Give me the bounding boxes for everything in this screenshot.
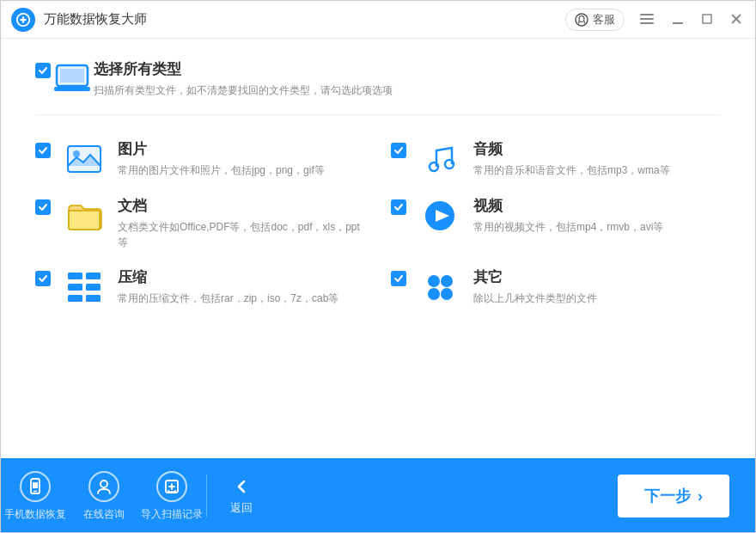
next-btn-arrow: ›	[698, 487, 703, 505]
document-icon	[63, 196, 106, 236]
close-btn[interactable]	[728, 10, 745, 29]
svg-rect-11	[60, 69, 84, 83]
bottom-bar: 手机数据恢复 在线咨询 导入扫描记录	[1, 458, 755, 533]
svg-rect-22	[86, 273, 101, 279]
other-icon	[418, 267, 461, 307]
video-name: 视频	[473, 196, 721, 216]
video-desc: 常用的视频文件，包括mp4，rmvb，avi等	[473, 219, 721, 235]
svg-rect-25	[68, 295, 82, 302]
svg-point-30	[441, 288, 453, 300]
svg-rect-18	[69, 211, 100, 230]
audio-icon	[418, 139, 461, 179]
document-desc: 文档类文件如Office,PDF等，包括doc，pdf，xls，ppt等	[118, 219, 365, 250]
other-info: 其它 除以上几种文件类型的文件	[473, 267, 721, 306]
other-desc: 除以上几种文件类型的文件	[473, 291, 721, 306]
select-all-section: 选择所有类型 扫描所有类型文件，如不清楚要找回的文件类型，请勾选此项选项	[35, 59, 721, 115]
back-btn[interactable]: 返回	[207, 458, 276, 533]
svg-rect-23	[68, 284, 82, 291]
nav-import[interactable]: 导入扫描记录	[138, 458, 207, 533]
audio-checkbox[interactable]	[391, 143, 406, 158]
app-title: 万能数据恢复大师	[44, 11, 565, 28]
audio-desc: 常用的音乐和语音文件，包括mp3，wma等	[473, 162, 721, 178]
svg-rect-14	[68, 146, 101, 172]
compress-desc: 常用的压缩文件，包括rar，zip，iso，7z，cab等	[118, 291, 365, 306]
file-type-audio: 音频 常用的音乐和语音文件，包括mp3，wma等	[391, 139, 721, 179]
svg-rect-21	[68, 273, 82, 279]
svg-rect-13	[65, 86, 79, 89]
select-all-icon-wrapper	[51, 59, 94, 99]
audio-info: 音频 常用的音乐和语音文件，包括mp3，wma等	[473, 139, 721, 178]
video-info: 视频 常用的视频文件，包括mp4，rmvb，avi等	[473, 196, 721, 235]
svg-point-2	[579, 15, 584, 21]
mobile-label: 手机数据恢复	[4, 507, 66, 522]
svg-rect-33	[33, 482, 38, 488]
other-name: 其它	[473, 267, 721, 287]
svg-point-34	[101, 481, 107, 487]
svg-rect-4	[640, 18, 654, 20]
compress-info: 压缩 常用的压缩文件，包括rar，zip，iso，7z，cab等	[118, 267, 365, 306]
next-btn[interactable]: 下一步 ›	[618, 475, 729, 518]
restore-btn[interactable]	[698, 10, 716, 29]
import-icon	[156, 471, 187, 502]
select-all-info: 选择所有类型 扫描所有类型文件，如不清楚要找回的文件类型，请勾选此项选项	[94, 59, 721, 98]
compress-icon	[63, 267, 106, 307]
menu-btn[interactable]	[637, 10, 657, 29]
compress-name: 压缩	[118, 267, 365, 287]
select-all-checkbox[interactable]	[35, 63, 51, 78]
next-btn-text: 下一步	[644, 486, 691, 506]
image-name: 图片	[118, 139, 365, 159]
window-controls: 客服	[565, 9, 745, 31]
svg-point-28	[441, 275, 453, 287]
bottom-nav: 手机数据恢复 在线咨询 导入扫描记录	[1, 458, 276, 533]
import-label: 导入扫描记录	[141, 507, 203, 522]
audio-name: 音频	[473, 139, 721, 159]
video-checkbox[interactable]	[391, 199, 406, 215]
select-all-desc: 扫描所有类型文件，如不清楚要找回的文件类型，请勾选此项选项	[94, 83, 721, 98]
back-label: 返回	[230, 500, 253, 516]
nav-consult[interactable]: 在线咨询	[70, 458, 138, 533]
file-type-other: 其它 除以上几种文件类型的文件	[391, 267, 721, 307]
image-desc: 常用的图片文件和照片，包括jpg，png，gif等	[118, 162, 365, 178]
service-label: 客服	[593, 12, 615, 28]
document-info: 文档 文档类文件如Office,PDF等，包括doc，pdf，xls，ppt等	[118, 196, 365, 250]
svg-rect-24	[86, 284, 101, 291]
svg-rect-6	[673, 22, 683, 24]
consult-icon	[88, 471, 119, 502]
app-logo	[11, 8, 35, 32]
customer-service-btn[interactable]: 客服	[565, 9, 625, 31]
svg-rect-26	[86, 295, 101, 302]
file-type-document: 文档 文档类文件如Office,PDF等，包括doc，pdf，xls，ppt等	[35, 196, 365, 250]
svg-rect-7	[703, 15, 711, 23]
document-checkbox[interactable]	[35, 199, 51, 215]
svg-rect-5	[640, 22, 654, 24]
file-type-video: 视频 常用的视频文件，包括mp4，rmvb，avi等	[391, 196, 721, 250]
main-content: 选择所有类型 扫描所有类型文件，如不清楚要找回的文件类型，请勾选此项选项 图片	[1, 39, 755, 458]
image-icon	[63, 139, 106, 179]
image-info: 图片 常用的图片文件和照片，包括jpg，png，gif等	[118, 139, 365, 178]
minimize-btn[interactable]	[669, 10, 686, 29]
svg-point-27	[428, 275, 440, 287]
svg-rect-3	[640, 14, 654, 15]
document-name: 文档	[118, 196, 365, 216]
file-type-image: 图片 常用的图片文件和照片，包括jpg，png，gif等	[35, 139, 365, 179]
image-checkbox[interactable]	[35, 143, 51, 158]
nav-mobile-recovery[interactable]: 手机数据恢复	[1, 458, 70, 533]
file-type-compress: 压缩 常用的压缩文件，包括rar，zip，iso，7z，cab等	[35, 267, 365, 307]
select-all-name: 选择所有类型	[94, 59, 721, 79]
consult-label: 在线咨询	[83, 507, 125, 522]
mobile-icon	[20, 471, 51, 502]
file-types-grid: 图片 常用的图片文件和照片，包括jpg，png，gif等 音频	[35, 139, 721, 307]
compress-checkbox[interactable]	[35, 271, 51, 286]
other-checkbox[interactable]	[391, 271, 406, 286]
title-bar: 万能数据恢复大师 客服	[1, 1, 755, 39]
video-icon	[418, 196, 461, 236]
svg-point-29	[428, 288, 440, 300]
